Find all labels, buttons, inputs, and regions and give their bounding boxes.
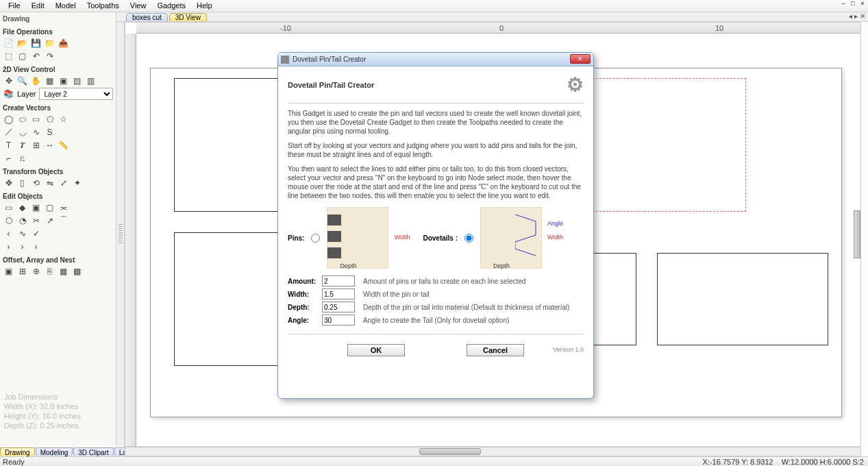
text-on-curve-icon[interactable]: 𝑻	[16, 139, 28, 151]
width-input[interactable]	[322, 289, 355, 299]
import-icon[interactable]: 📁	[44, 37, 55, 49]
nest-icon[interactable]: ▦	[58, 265, 69, 277]
rulers-icon[interactable]: ▥	[85, 75, 97, 86]
scale-icon[interactable]: ⤢	[58, 177, 69, 188]
scrollbar-horizontal[interactable]	[125, 447, 861, 456]
group-icon[interactable]: ▣	[30, 201, 42, 213]
offset-icon[interactable]: ▣	[3, 265, 14, 277]
join-icon[interactable]: ⫘	[58, 201, 69, 213]
reverse-icon[interactable]: ›	[30, 241, 42, 252]
undo-icon[interactable]: ↶	[30, 50, 42, 62]
array-copy-icon[interactable]: ⎘	[44, 265, 55, 277]
splitter[interactable]	[116, 22, 125, 447]
menu-edit[interactable]: Edit	[26, 0, 50, 12]
ellipse-icon[interactable]: ⬭	[16, 113, 28, 125]
close-vector-icon[interactable]: ›	[3, 241, 14, 252]
amount-input[interactable]	[322, 275, 355, 286]
menu-gadgets[interactable]: Gadgets	[151, 0, 191, 12]
weld-icon[interactable]: ⬡	[3, 214, 14, 226]
view-tab-controls[interactable]: ◂ ▸ ✕	[849, 12, 865, 20]
validate-icon[interactable]: ✓	[30, 228, 42, 239]
section-2d-view: 2D View Control	[3, 66, 113, 73]
subtract-icon[interactable]: ◔	[16, 214, 28, 226]
zoom-in-icon[interactable]: 🔍	[16, 75, 28, 86]
minimize-icon[interactable]: –	[839, 0, 847, 7]
toggle-grid-icon[interactable]: ▦	[44, 75, 55, 86]
select-icon[interactable]: ▭	[3, 201, 14, 213]
status-xy: X:-16.7579 Y: 8.9312	[703, 458, 773, 466]
zoom-extents-icon[interactable]: ⬚	[3, 50, 14, 62]
close-icon[interactable]: ×	[858, 0, 867, 7]
dovetails-radio[interactable]	[464, 234, 473, 243]
plate-icon[interactable]: ▩	[71, 265, 83, 277]
cancel-button[interactable]: Cancel	[467, 344, 524, 356]
ok-button[interactable]: OK	[347, 344, 405, 356]
curve-icon[interactable]: ∿	[30, 126, 42, 138]
polyline-icon[interactable]: ⌐	[3, 152, 14, 164]
rectangle-icon[interactable]: ▭	[30, 113, 42, 125]
offset-vector-icon[interactable]: ‹	[3, 228, 14, 239]
menu-help[interactable]: Help	[191, 0, 218, 12]
star-icon[interactable]: ☆	[58, 113, 69, 125]
trim-icon[interactable]: ✂	[30, 214, 42, 226]
open-vector-icon[interactable]: ›	[16, 241, 28, 252]
ruler-horizontal: -10 0 10	[136, 23, 860, 34]
move-icon[interactable]: ✥	[3, 177, 14, 188]
menu-file[interactable]: File	[3, 0, 26, 12]
open-file-icon[interactable]: 📂	[16, 37, 28, 49]
view-tab-boxes[interactable]: boxes cut	[126, 13, 168, 21]
redo-icon[interactable]: ↷	[44, 50, 55, 62]
maximize-icon[interactable]: □	[849, 0, 857, 7]
new-file-icon[interactable]: 📄	[3, 37, 14, 49]
pan-icon[interactable]: ✋	[30, 75, 42, 86]
angle-input[interactable]	[322, 315, 355, 326]
mirror-icon[interactable]: ⇋	[44, 177, 55, 188]
view-tab-3d[interactable]: 3D View	[169, 13, 207, 21]
dialog-close-button[interactable]: ✕	[570, 54, 591, 64]
guides-icon[interactable]: ▤	[71, 75, 83, 86]
menu-toolpaths[interactable]: Toolpaths	[82, 0, 125, 12]
trace-icon[interactable]: ⊞	[30, 139, 42, 151]
zoom-fit-icon[interactable]: ✥	[3, 75, 14, 86]
arc-icon[interactable]: ◡	[16, 126, 28, 138]
curve-fit-icon[interactable]: ∿	[16, 228, 28, 239]
pins-radio[interactable]	[311, 234, 320, 243]
array-linear-icon[interactable]: ⊞	[16, 265, 28, 277]
menu-model[interactable]: Model	[50, 0, 82, 12]
text-icon[interactable]: T	[3, 139, 14, 151]
spiral-icon[interactable]: S	[44, 126, 55, 138]
pins-figure: Width Depth	[327, 207, 388, 269]
array-circular-icon[interactable]: ⊕	[30, 265, 42, 277]
menu-view[interactable]: View	[125, 0, 152, 12]
bezier-icon[interactable]: ⎌	[16, 152, 28, 164]
polygon-icon[interactable]: ⬠	[44, 113, 55, 125]
vector-rect[interactable]	[657, 253, 828, 345]
dovetails-label: Dovetails :	[423, 234, 458, 242]
extend-icon[interactable]: ↗	[44, 214, 55, 226]
snap-icon[interactable]: ▣	[58, 75, 69, 86]
ungroup-icon[interactable]: ▢	[44, 201, 55, 213]
dialog-titlebar[interactable]: Dovetail Pin/Tail Creator ✕	[278, 53, 593, 66]
align-icon[interactable]: ▯	[16, 177, 28, 188]
circle-icon[interactable]: ◯	[3, 113, 14, 125]
version-label: Version 1.0	[553, 346, 584, 353]
scrollbar-vertical-thumb[interactable]	[854, 210, 860, 258]
layer-icon[interactable]: 📚	[3, 88, 14, 100]
dimension-icon[interactable]: ↔	[44, 139, 55, 151]
distort-icon[interactable]: ✦	[71, 177, 83, 188]
ruler-vertical	[125, 34, 136, 446]
zoom-selected-icon[interactable]: ▢	[16, 50, 28, 62]
save-file-icon[interactable]: 💾	[30, 37, 42, 49]
rotate-icon[interactable]: ⟲	[30, 177, 42, 188]
view-tabs: boxes cut 3D View ◂ ▸ ✕	[116, 12, 868, 22]
line-icon[interactable]: ／	[3, 126, 14, 138]
node-edit-icon[interactable]: ◆	[16, 201, 28, 213]
window-controls: – □ ×	[839, 0, 867, 7]
layer-select[interactable]: Layer 2	[39, 88, 113, 100]
measure-icon[interactable]: 📏	[58, 139, 69, 151]
fillet-icon[interactable]: ⌒	[58, 214, 69, 226]
export-icon[interactable]: 📤	[58, 37, 69, 49]
depth-input[interactable]	[322, 302, 355, 312]
amount-label: Amount:	[288, 278, 318, 285]
scrollbar-horizontal-thumb[interactable]	[419, 448, 481, 455]
